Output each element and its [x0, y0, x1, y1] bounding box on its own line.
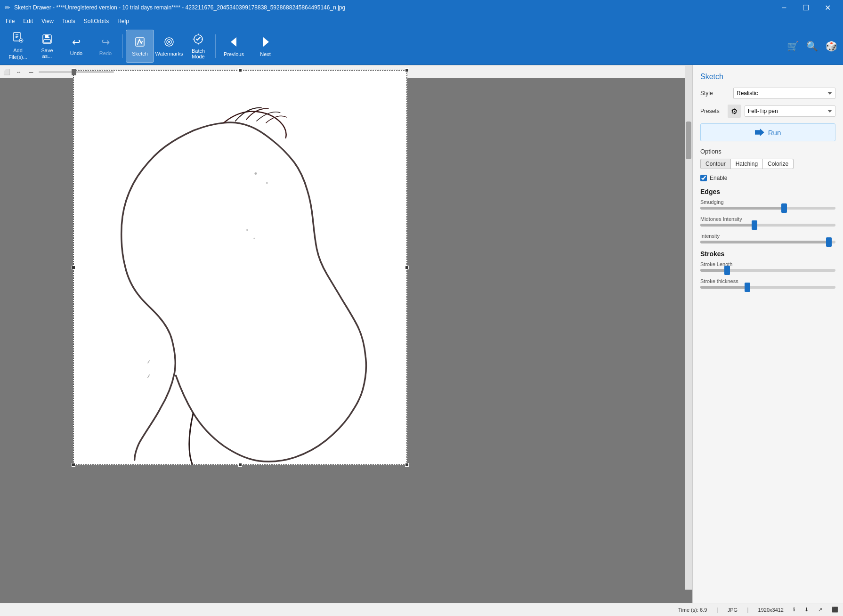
handle-bl[interactable] [72, 463, 75, 467]
smudging-fill [700, 207, 784, 210]
watermarks-icon [163, 36, 175, 49]
intensity-fill [700, 241, 829, 243]
status-bar: Time (s): 6.9 | JPG | 1920x3412 ℹ ⬇ ↗ ⬛ [0, 603, 843, 616]
options-title: Options [700, 148, 835, 155]
full-main: ⬜ ↔ – + 67% Sketch Style [0, 65, 843, 616]
batch-mode-button[interactable]: BatchMode [184, 30, 212, 63]
enable-row: Enable [700, 175, 835, 181]
midtones-track[interactable] [700, 224, 835, 227]
stroke-thickness-thumb[interactable] [745, 283, 750, 292]
menu-view[interactable]: View [38, 17, 57, 25]
share-icon[interactable]: ↗ [818, 607, 822, 613]
handle-br[interactable] [405, 463, 409, 467]
content-row: ⬜ ↔ – + 67% Sketch Style [0, 65, 843, 603]
stroke-length-section: Stroke Length [700, 261, 835, 272]
stroke-thickness-label: Stroke thickness [700, 278, 835, 284]
menu-help[interactable]: Help [113, 17, 133, 25]
midtones-label: Midtones Intensity [700, 216, 835, 222]
smudging-thumb[interactable] [781, 203, 787, 213]
cube-status-icon[interactable]: ⬛ [832, 607, 838, 613]
download-icon[interactable]: ⬇ [804, 607, 809, 613]
handle-bm[interactable] [238, 463, 242, 467]
smudging-track[interactable] [700, 207, 835, 210]
tab-colorize[interactable]: Colorize [763, 159, 794, 169]
watermarks-button[interactable]: Watermarks [155, 30, 183, 63]
next-icon [259, 35, 273, 49]
handle-mr[interactable] [405, 266, 409, 269]
presets-dropdown[interactable]: Felt-Tip pen [745, 105, 835, 117]
canvas-area: ⬜ ↔ – + 67% [0, 65, 692, 603]
menu-edit[interactable]: Edit [19, 17, 37, 25]
sketch-button[interactable]: Sketch [126, 30, 154, 63]
stroke-length-thumb[interactable] [724, 266, 730, 275]
svg-marker-16 [231, 37, 236, 47]
fit-button[interactable]: ↔ [14, 67, 24, 77]
midtones-fill [700, 224, 754, 227]
menu-file[interactable]: File [2, 17, 18, 25]
save-as-icon [41, 33, 53, 46]
run-label: Run [768, 129, 781, 137]
svg-marker-17 [263, 37, 269, 47]
toolbar-sep-1 [122, 34, 123, 58]
fit-window-button[interactable]: ⬜ [2, 67, 11, 77]
sketch-label: Sketch [132, 51, 148, 57]
previous-label: Previous [224, 51, 244, 57]
previous-button[interactable]: Previous [219, 30, 249, 63]
stroke-thickness-section: Stroke thickness [700, 278, 835, 289]
handle-tm[interactable] [238, 68, 242, 72]
app-icon: ✏ [5, 4, 10, 11]
batch-mode-label: BatchMode [192, 48, 205, 59]
title-bar: ✏ Sketch Drawer - ****Unregistered versi… [0, 0, 843, 15]
save-as-label: Saveas... [41, 48, 53, 59]
previous-icon [227, 35, 241, 49]
presets-icon[interactable]: ⚙ [728, 105, 741, 118]
redo-button[interactable]: ↪ Redo [91, 30, 120, 63]
svg-point-14 [168, 41, 170, 43]
zoom-slider-thumb[interactable] [72, 69, 76, 75]
minimize-button[interactable]: – [773, 0, 795, 15]
panel-title: Sketch [700, 73, 835, 81]
svg-rect-10 [49, 35, 49, 37]
presets-row: Presets ⚙ Felt-Tip pen [700, 105, 835, 118]
status-time: Time (s): 6.9 [678, 607, 707, 613]
add-file-button[interactable]: AddFile(s)... [4, 30, 32, 63]
tab-hatching[interactable]: Hatching [731, 159, 763, 169]
maximize-button[interactable]: ☐ [795, 0, 817, 15]
run-button[interactable]: Run [700, 123, 835, 141]
smudging-label: Smudging [700, 199, 835, 205]
intensity-track[interactable] [700, 241, 835, 243]
stroke-length-track[interactable] [700, 269, 835, 272]
status-dimensions: 1920x3412 [758, 607, 784, 613]
save-as-button[interactable]: Saveas... [33, 30, 61, 63]
style-dropdown[interactable]: Realistic [733, 88, 835, 99]
status-format: JPG [728, 607, 738, 613]
info-icon[interactable]: ℹ [793, 607, 795, 613]
window-title: Sketch Drawer - ****Unregistered version… [14, 4, 345, 11]
zoom-out-button[interactable]: – [26, 67, 36, 77]
tab-contour[interactable]: Contour [700, 159, 731, 169]
svg-rect-11 [136, 38, 144, 46]
add-file-label: AddFile(s)... [8, 48, 27, 60]
search-toolbar-icon[interactable]: 🔍 [804, 39, 820, 54]
edges-title: Edges [700, 188, 835, 195]
v-scrollbar-thumb[interactable] [686, 122, 691, 159]
sketch-canvas[interactable] [73, 70, 407, 465]
menu-softorbits[interactable]: SoftOrbits [80, 17, 113, 25]
intensity-thumb[interactable] [826, 237, 832, 247]
next-button[interactable]: Next [250, 30, 281, 63]
v-scrollbar[interactable] [685, 65, 692, 590]
midtones-thumb[interactable] [752, 220, 757, 230]
enable-checkbox[interactable] [700, 175, 707, 181]
undo-button[interactable]: ↩ Undo [62, 30, 90, 63]
cart-icon[interactable]: 🛒 [785, 39, 801, 54]
intensity-section: Intensity [700, 233, 835, 243]
menu-tools[interactable]: Tools [58, 17, 79, 25]
stroke-thickness-track[interactable] [700, 286, 835, 289]
zoom-slider[interactable] [39, 71, 114, 73]
close-button[interactable]: ✕ [817, 0, 838, 15]
redo-label: Redo [99, 50, 112, 56]
cube-icon[interactable]: 🎲 [824, 39, 839, 54]
window-controls: – ☐ ✕ [773, 0, 838, 15]
handle-ml[interactable] [72, 266, 75, 269]
handle-tr[interactable] [405, 68, 409, 72]
